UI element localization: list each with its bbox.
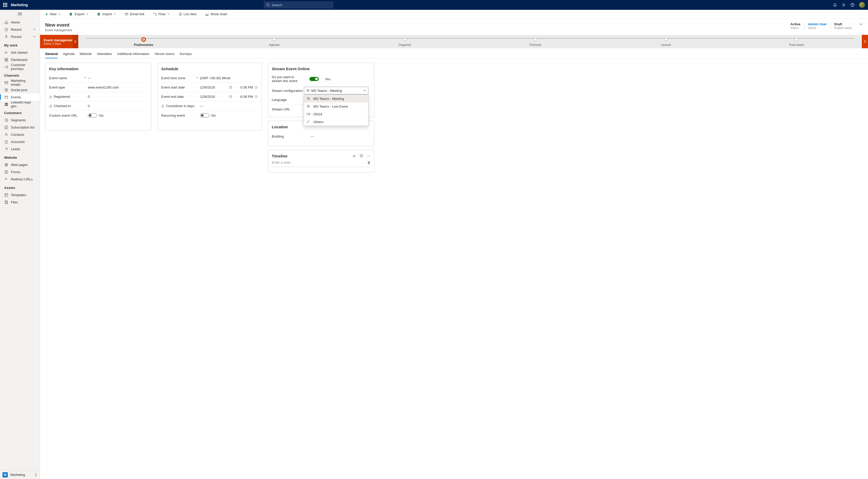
calendar-icon[interactable] — [229, 86, 232, 89]
row-value[interactable]: 0 — [88, 104, 147, 108]
cmd-emaillink[interactable]: Email link — [123, 10, 146, 18]
nav-linkedin[interactable]: inLinkedIn lead gen — [0, 101, 40, 108]
date-value[interactable]: 12/9/2019 — [200, 85, 227, 89]
svg-line-1 — [269, 5, 270, 6]
clock-icon[interactable] — [254, 86, 258, 89]
chevron-down-icon — [114, 13, 116, 15]
bpf-step[interactable]: Agenda — [209, 36, 340, 47]
stage-advance-button[interactable] — [862, 35, 868, 48]
area-switcher[interactable]: M Marketing — [0, 470, 40, 479]
nav-templates[interactable]: Templates — [0, 191, 40, 199]
cmd-flow[interactable]: Flow — [152, 10, 171, 18]
tab-general[interactable]: General — [45, 50, 58, 58]
bpf-step[interactable]: Launch — [601, 36, 731, 47]
row-value[interactable]: --- — [88, 76, 147, 80]
timeline-add-icon[interactable] — [352, 154, 356, 158]
nav-webpages[interactable]: Web pages — [0, 161, 40, 168]
record-header: New event Event management ActiveStatusA… — [40, 19, 868, 35]
header-expand-icon[interactable] — [859, 22, 863, 26]
option-label: MS Teams - Meeting — [313, 97, 344, 101]
bpf-active-stage[interactable]: Event management Active 2 Days — [40, 35, 78, 48]
bpf-step[interactable]: Preliminaries — [78, 36, 209, 47]
dropdown-option[interactable]: MS Teams - Meeting — [304, 95, 368, 102]
dropdown-option[interactable]: ON24 — [304, 110, 368, 118]
svg-point-10 — [5, 67, 5, 67]
tab-venue-rooms[interactable]: Venue rooms — [155, 50, 175, 58]
cmd-listview[interactable]: List view — [177, 10, 198, 18]
cmd-new[interactable]: New — [43, 10, 62, 18]
nav-leads[interactable]: Leads — [0, 145, 40, 152]
tab-additional-information[interactable]: Additional information — [117, 50, 150, 58]
stream-config-label: Stream configuration — [272, 89, 304, 93]
nav-sublist[interactable]: Subscription list — [0, 124, 40, 131]
tab-agenda[interactable]: Agenda — [63, 50, 74, 58]
cmd-import[interactable]: xImport — [96, 10, 118, 18]
clock-icon[interactable] — [254, 95, 258, 98]
bpf-step[interactable]: Post event — [731, 36, 862, 47]
stage-back-button[interactable] — [72, 35, 78, 48]
nav-files[interactable]: Files — [0, 199, 40, 206]
row-value[interactable]: www.event1245.com — [88, 85, 147, 89]
row-value[interactable]: --- — [311, 134, 370, 138]
timeline-more-icon[interactable] — [367, 154, 370, 158]
notifications-icon[interactable] — [833, 3, 837, 7]
sidebar: HomeRecentPinned My workGet startedDashb… — [0, 10, 40, 479]
nav-social[interactable]: Social post — [0, 86, 40, 94]
global-search[interactable] — [264, 1, 334, 8]
dashboard-icon — [4, 58, 8, 62]
stream-toggle[interactable] — [309, 77, 319, 81]
search-input[interactable] — [264, 1, 334, 8]
cmd-showchart[interactable]: Show chart — [204, 10, 228, 18]
bpf-step[interactable]: Promote — [470, 36, 601, 47]
nav-accounts[interactable]: Accounts — [0, 138, 40, 145]
nav-memails[interactable]: Marketing emails — [0, 79, 40, 86]
attachment-icon[interactable] — [367, 161, 370, 164]
nav-collapse-button[interactable] — [0, 10, 40, 19]
time-value[interactable]: 6:36 PM — [238, 95, 253, 99]
time-value[interactable]: 5:36 PM — [238, 85, 253, 89]
nav-dashboard[interactable]: Dashboard — [0, 56, 40, 63]
header-meta: ActiveStatusAdmin UserOwnerDraftPublish … — [787, 22, 856, 29]
calendar-icon[interactable] — [229, 95, 232, 98]
export-icon: x — [69, 12, 73, 16]
row-value[interactable]: (GMT +05:30) Minsk — [200, 76, 258, 80]
page-subtitle: Event management — [45, 28, 72, 32]
tab-surveys[interactable]: Surveys — [180, 50, 192, 58]
right-column: Stream Event Online Do you want to strea… — [268, 63, 374, 172]
row-value[interactable]: 0 — [88, 95, 147, 99]
stream-question: Do you want to stream this event — [272, 75, 305, 83]
nav-redirect[interactable]: Redirect URLs — [0, 175, 40, 183]
timeline-filter-icon[interactable] — [360, 154, 363, 158]
row-label: Checked-in — [49, 104, 88, 108]
app-launcher-icon[interactable] — [3, 3, 7, 7]
row-label: Event time zone* — [161, 76, 200, 80]
nav-events[interactable]: Events — [0, 94, 40, 101]
svg-rect-26 — [5, 193, 7, 196]
settings-icon[interactable] — [842, 3, 846, 7]
stream-config-dropdown[interactable]: MS Teams - Meeting MS Teams - MeetingMS … — [304, 87, 368, 95]
nav-journeys[interactable]: Customer journeys — [0, 63, 40, 70]
dropdown-option[interactable]: Others — [304, 118, 368, 126]
bpf-step[interactable]: Organize — [339, 36, 470, 47]
nav-contacts[interactable]: Contacts — [0, 131, 40, 138]
nav-segments[interactable]: Segments — [0, 116, 40, 124]
dropdown-option[interactable]: MS Teams - Live Event — [304, 102, 368, 110]
nav-recent[interactable]: Recent — [0, 26, 40, 33]
listview-icon — [179, 12, 182, 16]
nav-home[interactable]: Home — [0, 19, 40, 26]
nav-getstarted[interactable]: Get started — [0, 49, 40, 56]
tab-website[interactable]: Website — [80, 50, 92, 58]
cmd-export[interactable]: xExport — [68, 10, 90, 18]
row-value[interactable]: --- — [200, 104, 258, 108]
toggle-switch[interactable] — [200, 113, 209, 117]
meta-value[interactable]: Admin User — [808, 22, 827, 26]
toggle-switch[interactable] — [88, 113, 97, 117]
help-icon[interactable] — [850, 3, 855, 7]
svg-text:in: in — [5, 103, 7, 106]
date-value[interactable]: 12/9/2019 — [200, 95, 227, 99]
timeline-note-input[interactable]: Enter a note... — [272, 158, 370, 167]
nav-pinned[interactable]: Pinned — [0, 33, 40, 40]
nav-forms[interactable]: Forms — [0, 168, 40, 175]
user-avatar[interactable] — [859, 2, 865, 8]
tab-attendees[interactable]: Attendees — [97, 50, 112, 58]
